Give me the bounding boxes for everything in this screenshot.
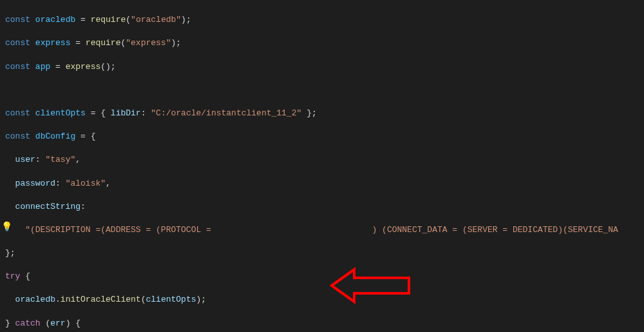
- code-line: const clientOpts = { libDir: "C:/oracle/…: [5, 108, 644, 119]
- lightbulb-icon[interactable]: 💡: [1, 221, 10, 230]
- code-line: const dbConfig = {: [5, 131, 644, 142]
- code-line: const oracledb = require("oracledb");: [5, 14, 644, 26]
- code-line: connectString:: [5, 201, 644, 213]
- code-line: oracledb.initOracleClient(clientOpts);: [5, 294, 644, 306]
- code-line: "(DESCRIPTION =(ADDRESS = (PROTOCOL = ) …: [5, 224, 644, 236]
- code-line: [5, 84, 644, 96]
- code-line: try {: [5, 271, 644, 282]
- code-line: user: "tasy",: [5, 154, 644, 166]
- code-editor[interactable]: const oracledb = require("oracledb"); co…: [5, 3, 644, 332]
- code-line: password: "aloisk",: [5, 178, 644, 190]
- code-line: const express = require("express");: [5, 37, 644, 49]
- code-line: const app = express();: [5, 61, 644, 73]
- code-line: };: [5, 248, 644, 259]
- code-line: } catch (err) {: [5, 318, 644, 329]
